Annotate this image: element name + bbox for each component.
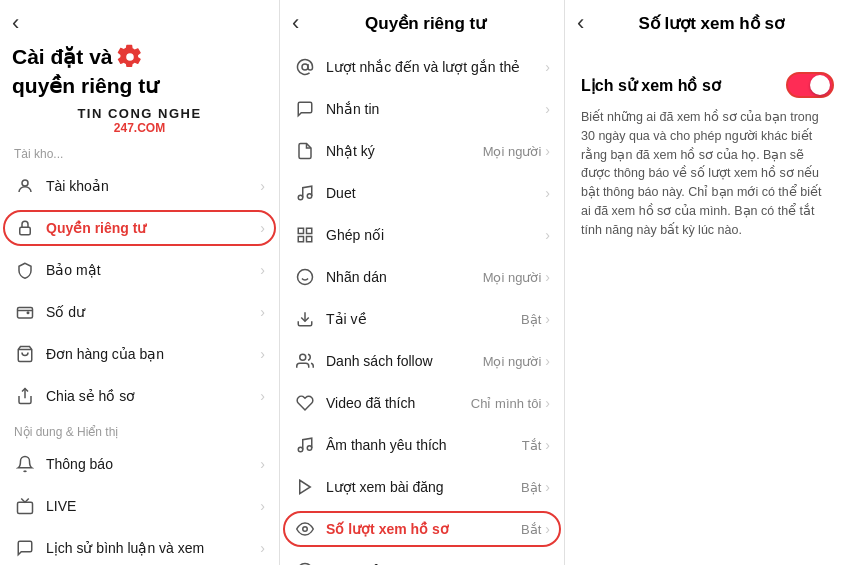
toggle-history[interactable] — [786, 72, 834, 98]
follow-icon — [294, 350, 316, 372]
menu-item-luot-nhac[interactable]: Lượt nhắc đến và lượt gắn thẻ › — [280, 46, 564, 88]
middle-back-button[interactable]: ‹ — [292, 10, 299, 36]
menu-label-live: LIVE — [46, 498, 260, 514]
menu-item-duet[interactable]: Duet › — [280, 172, 564, 214]
right-back-button[interactable]: ‹ — [577, 10, 584, 36]
arrow-bao-mat: › — [260, 262, 265, 278]
middle-header: ‹ Quyền riêng tư — [280, 0, 564, 46]
arrow-thong-bao: › — [260, 456, 265, 472]
mention-icon — [294, 56, 316, 78]
live-icon — [14, 495, 36, 517]
menu-item-lich-su[interactable]: Lịch sử bình luận và xem › — [0, 527, 279, 565]
lock-icon — [14, 217, 36, 239]
svg-point-20 — [307, 446, 312, 451]
value-video-thich: Chỉ mình tôi — [471, 396, 541, 411]
arrow-tai-khoan: › — [260, 178, 265, 194]
section-label-account: Tài kho... — [0, 139, 279, 165]
arrow-quyen: › — [260, 220, 265, 236]
menu-label-nhat-ky: Nhật ký — [326, 143, 483, 159]
arrow-lich-su: › — [260, 540, 265, 556]
comment-icon — [14, 537, 36, 559]
menu-label-don-hang: Đơn hàng của bạn — [46, 346, 260, 362]
arrow-duet: › — [545, 185, 550, 201]
watermark-brand1: TIN CONG NGHE — [77, 106, 201, 121]
value-nhan-dan: Mọi người — [483, 270, 542, 285]
svg-point-14 — [298, 270, 313, 285]
download-icon — [294, 308, 316, 330]
setting-description: Biết những ai đã xem hồ sơ của bạn trong… — [581, 108, 834, 239]
watermark-brand2: 247.COM — [114, 121, 165, 135]
svg-rect-2 — [18, 308, 33, 319]
menu-label-duet: Duet — [326, 185, 545, 201]
menu-item-so-du[interactable]: Số dư › — [0, 291, 279, 333]
menu-label-ghep-noi: Ghép nối — [326, 227, 545, 243]
gear-icon — [117, 44, 143, 70]
svg-rect-1 — [20, 227, 31, 235]
left-menu-scroll: Tài kho... Tài khoản › Quyền riêng tư › … — [0, 139, 279, 565]
music-fav-icon — [294, 434, 316, 456]
menu-item-video-thich[interactable]: Video đã thích Chỉ mình tôi › — [280, 382, 564, 424]
svg-point-8 — [298, 195, 303, 200]
shopping-icon — [14, 343, 36, 365]
arrow-tai-ve: › — [545, 311, 550, 327]
menu-item-ghep-noi[interactable]: Ghép nối › — [280, 214, 564, 256]
right-header: ‹ Số lượt xem hồ sơ — [565, 0, 850, 46]
svg-point-18 — [300, 354, 306, 360]
menu-label-so-luot-xem: Số lượt xem hồ sơ — [326, 521, 521, 537]
value-nhat-ky: Mọi người — [483, 144, 542, 159]
svg-marker-21 — [300, 480, 311, 494]
svg-rect-11 — [307, 228, 312, 233]
menu-label-lich-su: Lịch sử bình luận và xem — [46, 540, 260, 556]
duet-icon — [294, 182, 316, 204]
menu-item-luot-xem-bai-dang[interactable]: Lượt xem bài đăng Bật › — [280, 466, 564, 508]
watermark-area: TIN CONG NGHE 247.COM — [0, 106, 279, 135]
right-panel-title: Số lượt xem hồ sơ — [584, 13, 838, 34]
arrow-so-luot-xem: › — [545, 521, 550, 537]
arrow-nhan-dan: › — [545, 269, 550, 285]
arrow-don-hang: › — [260, 346, 265, 362]
value-danh-sach-follow: Mọi người — [483, 354, 542, 369]
menu-item-tai-khoan-bi-chan[interactable]: Tài khoản bị chặn › — [280, 550, 564, 565]
menu-label-am-thanh: Âm thanh yêu thích — [326, 437, 522, 453]
menu-label-quyen-rieng-tu: Quyền riêng tư — [46, 220, 260, 236]
menu-item-tai-khoan[interactable]: Tài khoản › — [0, 165, 279, 207]
shield-icon — [14, 259, 36, 281]
right-panel: ‹ Số lượt xem hồ sơ Lịch sử xem hồ sơ Bi… — [565, 0, 850, 565]
arrow-am-thanh: › — [545, 437, 550, 453]
left-back-button[interactable]: ‹ — [12, 10, 19, 36]
diary-icon — [294, 140, 316, 162]
menu-label-so-du: Số dư — [46, 304, 260, 320]
svg-point-22 — [303, 527, 308, 532]
value-luot-xem-bai-dang: Bật — [521, 480, 541, 495]
arrow-luot-xem-bai-dang: › — [545, 479, 550, 495]
menu-item-nhat-ky[interactable]: Nhật ký Mọi người › — [280, 130, 564, 172]
value-am-thanh: Tắt — [522, 438, 542, 453]
menu-item-chia-se-ho-so[interactable]: Chia sẻ hồ sơ › — [0, 375, 279, 417]
value-tai-ve: Bật — [521, 312, 541, 327]
middle-panel: ‹ Quyền riêng tư Lượt nhắc đến và lượt g… — [280, 0, 565, 565]
menu-item-so-luot-xem[interactable]: Số lượt xem hồ sơ Bắt › — [280, 508, 564, 550]
title-word-1: Cài đặt và — [12, 45, 113, 69]
message-icon — [294, 98, 316, 120]
menu-label-tai-ve: Tải về — [326, 311, 521, 327]
middle-panel-title: Quyền riêng tư — [299, 13, 552, 34]
setting-toggle-row: Lịch sử xem hồ sơ — [581, 60, 834, 108]
menu-item-am-thanh[interactable]: Âm thanh yêu thích Tắt › — [280, 424, 564, 466]
menu-item-live[interactable]: LIVE › — [0, 485, 279, 527]
wallet-icon — [14, 301, 36, 323]
heart-icon — [294, 392, 316, 414]
menu-item-thong-bao[interactable]: Thông báo › — [0, 443, 279, 485]
menu-label-luot-xem-bai-dang: Lượt xem bài đăng — [326, 479, 521, 495]
menu-item-nhan-tin[interactable]: Nhắn tin › — [280, 88, 564, 130]
arrow-nhat-ky: › — [545, 143, 550, 159]
menu-item-nhan-dan[interactable]: Nhãn dán Mọi người › — [280, 256, 564, 298]
menu-item-tai-ve[interactable]: Tải về Bật › — [280, 298, 564, 340]
arrow-chia-se: › — [260, 388, 265, 404]
menu-item-danh-sach-follow[interactable]: Danh sách follow Mọi người › — [280, 340, 564, 382]
menu-item-bao-mat[interactable]: Bảo mật › — [0, 249, 279, 291]
menu-item-don-hang[interactable]: Đơn hàng của bạn › — [0, 333, 279, 375]
arrow-so-du: › — [260, 304, 265, 320]
right-panel-content: Lịch sử xem hồ sơ Biết những ai đã xem h… — [565, 46, 850, 253]
arrow-video-thich: › — [545, 395, 550, 411]
menu-item-quyen-rieng-tu[interactable]: Quyền riêng tư › — [0, 207, 279, 249]
